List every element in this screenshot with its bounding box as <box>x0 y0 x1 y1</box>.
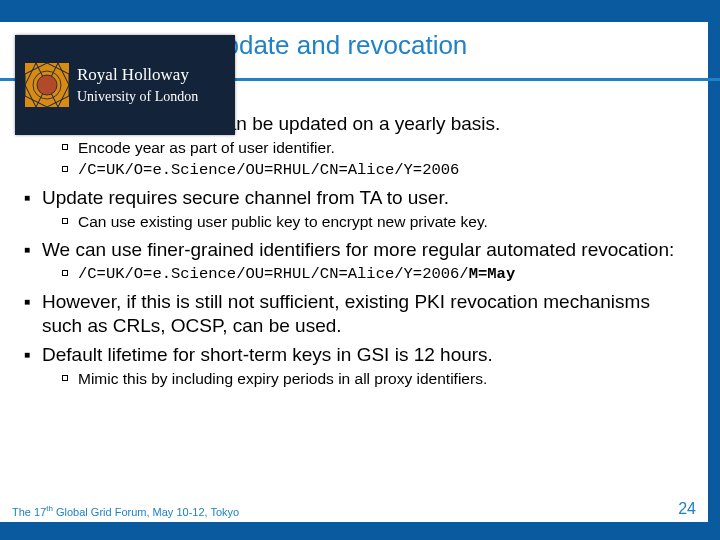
bottom-decoration-bar <box>0 522 720 540</box>
bullet-4: However, if this is still not sufficient… <box>20 290 690 338</box>
right-decoration-strip <box>708 0 720 540</box>
logo-line-1: Royal Holloway <box>77 65 198 85</box>
bullet-1b: /C=UK/O=e.Science/OU=RHUL/CN=Alice/Y=200… <box>20 160 690 180</box>
bullet-5a: Mimic this by including expiry periods i… <box>20 369 690 389</box>
logo-text: Royal Holloway University of London <box>77 65 198 105</box>
top-decoration-bar <box>0 0 720 22</box>
bullet-5: Default lifetime for short-term keys in … <box>20 343 690 367</box>
bullet-3: We can use finer-grained identifiers for… <box>20 238 690 262</box>
logo-line-2: University of London <box>77 89 198 105</box>
content-area: User long term keys can be updated on a … <box>20 106 690 391</box>
slide: Key update and revocation Royal Holloway… <box>0 0 720 540</box>
bullet-3a: /C=UK/O=e.Science/OU=RHUL/CN=Alice/Y=200… <box>20 264 690 284</box>
footer-rest: Global Grid Forum, May 10-12, Tokyo <box>53 506 239 518</box>
page-number: 24 <box>678 500 696 518</box>
footer-sup: th <box>46 504 53 513</box>
bullet-3a-prefix: /C=UK/O=e.Science/OU=RHUL/CN=Alice/Y=200… <box>78 265 469 283</box>
svg-point-1 <box>37 75 57 95</box>
bullet-3a-bold: M=May <box>469 265 516 283</box>
bullet-1a: Encode year as part of user identifier. <box>20 138 690 158</box>
bullet-2: Update requires secure channel from TA t… <box>20 186 690 210</box>
logo-seal-icon <box>25 63 69 107</box>
footer-prefix: The 17 <box>12 506 46 518</box>
bullet-2a: Can use existing user public key to encr… <box>20 212 690 232</box>
footer-text: The 17th Global Grid Forum, May 10-12, T… <box>12 504 239 518</box>
institution-logo: Royal Holloway University of London <box>15 35 235 135</box>
